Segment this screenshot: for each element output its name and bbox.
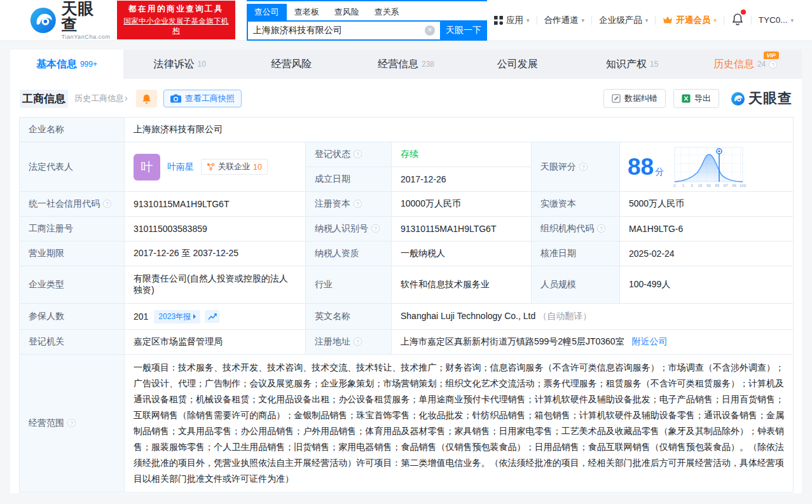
slogan-badge: 都在用的商业查询工具 国家中小企业发展子基金旗下机构 xyxy=(117,1,235,39)
table-row: 法定代表人 叶 叶南星 关联企业 10 xyxy=(20,142,794,167)
search-input-wrap: × xyxy=(247,20,440,41)
staff-size-value: 100-499人 xyxy=(620,266,794,304)
table-row: 统一社会信用代码? 91310115MA1H9LTG6T 注册资本? 10000… xyxy=(20,192,794,217)
help-icon[interactable]: ? xyxy=(597,224,605,233)
staff-size-label: 人员规模 xyxy=(532,266,620,304)
related-companies-badge[interactable]: 关联企业 10 xyxy=(201,159,268,175)
help-icon[interactable]: ? xyxy=(103,200,111,208)
clear-search-icon[interactable]: × xyxy=(425,25,435,36)
chart-tick: 1 xyxy=(682,184,685,187)
help-icon[interactable]: ? xyxy=(769,60,777,69)
monitor-bell-button[interactable] xyxy=(136,90,157,107)
tab-history-info[interactable]: VIP 历史信息 24 ? xyxy=(689,50,802,79)
score-label: 天眼评分? xyxy=(532,142,620,192)
table-row: 经营范围? 一般项目：技术服务、技术开发、技术咨询、技术交流、技术转让、技术推广… xyxy=(20,355,794,493)
english-name-label: 英文名称 xyxy=(306,304,392,330)
score-cell: 88分 xyxy=(620,142,794,192)
related-badge-label: 关联企业 xyxy=(218,161,250,172)
score-distribution-chart: 0 1 3 15 50 85 97 99 100 xyxy=(672,146,747,188)
reg-authority-value: 嘉定区市场监督管理局 xyxy=(125,330,306,355)
company-type-label: 企业类型 xyxy=(20,266,125,304)
tab-label: 基本信息 xyxy=(36,58,77,71)
line-chart-icon xyxy=(208,313,217,320)
search-tab-company[interactable]: 查公司 xyxy=(247,4,287,20)
legal-rep-cell: 叶 叶南星 关联企业 10 xyxy=(125,142,306,192)
nav-partner[interactable]: 合作通道 ▾ xyxy=(537,15,592,26)
section-title: 工商信息 xyxy=(20,90,68,108)
history-registration-link[interactable]: 历史工商信息› xyxy=(74,93,128,104)
notifications-bell[interactable] xyxy=(724,13,751,27)
help-icon[interactable]: ? xyxy=(579,163,588,171)
caret-down-icon: ▾ xyxy=(713,17,717,24)
view-registration-snapshot-button[interactable]: 查看工商快照 xyxy=(163,90,242,107)
logo-subtitle: TianYanCha.com xyxy=(62,34,111,40)
nav-user-label: TYC0... xyxy=(759,15,788,25)
caret-down-icon: ▾ xyxy=(582,17,585,24)
tab-basic-info[interactable]: 基本信息 999+ xyxy=(10,50,123,79)
reg-capital-label: 注册资本? xyxy=(306,192,392,217)
company-tabs: 基本信息 999+ 法律诉讼 10 经营风险 经营信息 238 公司发展 知识产… xyxy=(10,50,802,79)
help-icon[interactable]: ? xyxy=(371,224,380,233)
search-tab-relation[interactable]: 查关系 xyxy=(367,4,407,20)
search-tab-risk[interactable]: 查风险 xyxy=(327,4,367,20)
excel-icon xyxy=(682,94,691,103)
legal-rep-label: 法定代表人 xyxy=(20,142,125,192)
tab-label: 历史信息 xyxy=(713,58,754,71)
annual-report-badge[interactable]: 2023年报 xyxy=(154,310,200,324)
vip-badge: VIP xyxy=(764,51,780,59)
help-icon[interactable]: ? xyxy=(354,200,362,208)
tab-business-info[interactable]: 经营信息 238 xyxy=(350,50,463,79)
caret-down-icon: ▾ xyxy=(790,17,794,24)
bell-icon xyxy=(732,13,743,25)
table-row: 参保人数 201 2023年报 英文名称 xyxy=(20,304,794,330)
tab-label: 经营信息 xyxy=(378,58,418,71)
insured-count-value: 201 xyxy=(134,311,148,322)
legal-rep-avatar[interactable]: 叶 xyxy=(134,154,160,180)
chart-tick: 99 xyxy=(732,184,736,187)
search-input[interactable] xyxy=(248,25,425,36)
search-button[interactable]: 天眼一下 xyxy=(440,20,487,41)
search-tabs: 查公司 查老板 查风险 查关系 xyxy=(247,4,487,20)
help-icon[interactable]: ? xyxy=(354,150,362,158)
registration-info-table: 企业名称 上海旅济科技有限公司 法定代表人 叶 叶南星 关联企业 xyxy=(19,117,794,493)
search-bar: × 天眼一下 xyxy=(247,20,487,41)
org-code-value: MA1H9LTG-6 xyxy=(620,217,794,242)
nav-vip-upgrade[interactable]: 开通会员 ▾ xyxy=(656,15,724,26)
nav-apps[interactable]: 应用 ▾ xyxy=(487,15,537,26)
export-button-label: 导出 xyxy=(694,93,711,104)
english-name-cell: Shanghai Luji Technology Co., Ltd （自动翻译） xyxy=(392,304,794,330)
table-row: 工商注册号 310115003583859 纳税人识别号? 91310115MA… xyxy=(20,217,794,242)
insured-count-label: 参保人数 xyxy=(20,304,125,330)
company-name-value: 上海旅济科技有限公司 xyxy=(125,118,794,142)
tab-operation-risk[interactable]: 经营风险 xyxy=(237,50,350,79)
tab-company-development[interactable]: 公司发展 xyxy=(462,50,575,79)
slogan-line1: 都在用的商业查询工具 xyxy=(122,4,230,15)
tab-count: 10 xyxy=(198,60,206,69)
credit-code-value: 91310115MA1H9LTG6T xyxy=(125,192,306,217)
search-tab-boss[interactable]: 查老板 xyxy=(287,4,327,20)
export-button[interactable]: 导出 xyxy=(673,89,719,108)
industry-value: 软件和信息技术服务业 xyxy=(392,266,532,304)
slogan-line2: 国家中小企业发展子基金旗下机构 xyxy=(122,17,230,36)
tab-count: 15 xyxy=(650,60,658,69)
tab-count: 24 xyxy=(757,60,766,69)
history-link-label: 历史工商信息 xyxy=(74,93,124,103)
camera-icon xyxy=(170,94,181,103)
reg-status-label: 登记状态? xyxy=(306,142,392,167)
tianyancha-logo-icon xyxy=(29,6,57,34)
help-icon[interactable]: ? xyxy=(67,419,76,427)
nearby-companies-link[interactable]: 附近公司 xyxy=(632,336,668,346)
tianyancha-logo[interactable]: 天眼查 TianYanCha.com xyxy=(29,1,111,40)
help-icon[interactable]: ? xyxy=(354,337,362,346)
tab-label: 经营风险 xyxy=(271,58,312,71)
tab-intellectual-property[interactable]: 知识产权 15 xyxy=(575,50,689,79)
nav-user-account[interactable]: TYC0... ▾ xyxy=(752,15,801,25)
taxpayer-quality-value: 一般纳税人 xyxy=(392,242,532,266)
top-nav: 应用 ▾ 合作通道 ▾ 企业级产品 ▾ 开通会员 ▾ xyxy=(487,13,801,27)
trend-chart-button[interactable] xyxy=(205,310,219,323)
chart-tick: 85 xyxy=(715,184,720,187)
tab-legal-proceedings[interactable]: 法律诉讼 10 xyxy=(123,50,237,79)
legal-rep-name-link[interactable]: 叶南星 xyxy=(167,161,194,173)
data-correction-button[interactable]: 数据纠错 xyxy=(603,89,666,108)
nav-enterprise-products[interactable]: 企业级产品 ▾ xyxy=(592,15,655,26)
